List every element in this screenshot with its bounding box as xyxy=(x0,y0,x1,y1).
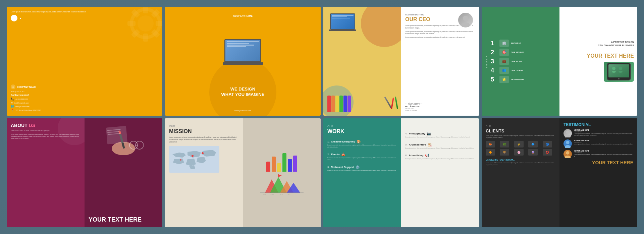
work-lorem-1: Lorem ipsum dolor sit amet, consectetur … xyxy=(327,144,397,148)
svg-text:2022: 2022 xyxy=(287,193,291,194)
p4-your-text: YOUR TEXT HERE xyxy=(587,53,634,59)
ceo-avatar xyxy=(457,12,474,28)
laptop-visual xyxy=(169,34,317,74)
work-item-5: 5. Architechture 🏗️ Lorem ipsum dolor si… xyxy=(405,143,475,149)
panel-ceo-text: FEW WORDS FROM OUR CEO Lorem ipsum dolor… xyxy=(401,7,479,116)
panel-ceo: FEW WORDS FROM OUR CEO Lorem ipsum dolor… xyxy=(323,7,479,116)
work-num-2: 2. xyxy=(327,153,330,156)
client-logo-3: ⚡ xyxy=(514,141,524,148)
client-logo-4: 🔷 xyxy=(528,141,538,148)
panel-index-right: A PERFECT DESIGNCAN CHANGE YOUR BUSINESS… xyxy=(559,7,637,116)
panel-about-us-right: YOUR TEXT HERE xyxy=(85,118,162,227)
svg-rect-2 xyxy=(143,7,148,13)
work-lorem-6: Lorem ipsum dolor sit amet, consectetur … xyxy=(405,158,475,160)
svg-point-15 xyxy=(618,78,620,79)
testimonial-avatar-2 xyxy=(564,139,572,148)
panel-clients-testimonial: OUR CLIENTS Lorem ipsum dolor sit amet, … xyxy=(482,118,637,227)
main-grid: Lorem ipsum dolor sit amet, consectetur … xyxy=(7,7,637,227)
p8-clients-title: CLIENTS xyxy=(486,128,555,133)
work-num-3: 3. xyxy=(327,166,330,169)
work-num-6: 6. xyxy=(405,154,408,157)
client-logo-2: 🌿 xyxy=(500,141,509,148)
p1-lorem: Lorem ipsum dolor sit amet, consectetur … xyxy=(11,11,99,13)
p6-mission: MISSION xyxy=(169,128,239,134)
svg-marker-40 xyxy=(278,174,282,177)
testimonial-avatar-3 xyxy=(564,150,572,158)
about-us-icon: 🏢 xyxy=(499,40,509,47)
svg-point-50 xyxy=(565,156,571,158)
index-num-5: 5 xyxy=(491,76,497,82)
panel-testimonial: TESTIMONIAL YOUR NAME HERE LIBER PROP Lo… xyxy=(559,118,637,227)
testimonial-item-3: YOUR NAME HERE LIBER PROP Lorem ipsum do… xyxy=(564,150,633,158)
index-label-2: OUR MISSION xyxy=(511,51,524,53)
index-num-3: 3 xyxy=(491,58,497,64)
tablet-illustration xyxy=(604,62,634,82)
p1-address: 123 Some Dollar Road, MA 71020 xyxy=(15,109,41,111)
svg-point-33 xyxy=(180,159,181,161)
p8-our: OUR xyxy=(486,125,491,127)
svg-point-49 xyxy=(566,151,570,155)
index-item-4: 4 👥 OUR CLIENT xyxy=(491,67,556,74)
client-logos-grid: 🦊 🌿 ⚡ 🔷 🌀 🔶 🦁 🌸 🔮 ⭕ xyxy=(486,141,555,156)
svg-point-46 xyxy=(565,135,571,137)
svg-text:2020: 2020 xyxy=(270,193,274,194)
panel-about-us: ABOUT US Lorem ipsum dolor sit amet, con… xyxy=(7,118,162,227)
mountains-svg: 2019 2020 2021 2022 xyxy=(260,174,304,194)
p5-your-text: YOUR TEXT HERE xyxy=(89,217,142,223)
p8-lnsec-lorem: Lorem ipsum dolor sit amet, consectetur … xyxy=(486,162,555,166)
p3-signature: ~ signature ~ xyxy=(405,102,475,106)
panel-mission-right: 2019 2020 2021 2022 xyxy=(243,118,321,227)
panel-cover-left: Lorem ipsum dolor sit amet, consectetur … xyxy=(7,7,162,116)
svg-point-31 xyxy=(192,155,194,157)
work-lorem-5: Lorem ipsum dolor sit amet, consectetur … xyxy=(405,147,475,149)
work-num-1: 1. xyxy=(327,140,330,143)
index-label-5: TESTIMONIAL xyxy=(511,78,525,80)
p3-lorem2: Lorem ipsum dolor sit amet, consectetur … xyxy=(405,31,475,36)
p3-few-words: FEW WORDS FROM xyxy=(405,14,424,16)
work-title-1: Creative Designing xyxy=(331,140,355,143)
work-item-2: 2. Events 🎪 Lorem ipsum dolor sit amet, … xyxy=(327,153,397,161)
svg-point-10 xyxy=(463,16,468,21)
p3-location: LOREM IPSUM xyxy=(405,110,475,112)
svg-point-45 xyxy=(566,130,570,134)
testimonial-avatar-1 xyxy=(564,129,572,137)
svg-rect-23 xyxy=(106,126,127,144)
hand-illustration xyxy=(88,123,159,157)
p8-your-text: YOUR TEXT HERE xyxy=(564,160,633,165)
index-num-2: 2 xyxy=(491,49,497,55)
work-item-1: 1. Creative Designing 🎨 Lorem ipsum dolo… xyxy=(327,140,397,148)
client-logo-5: 🌀 xyxy=(543,141,552,148)
client-logo-8: 🌸 xyxy=(514,149,524,156)
p7-our: OUR xyxy=(327,125,333,128)
p4-tagline: A PERFECT DESIGNCAN CHANGE YOUR BUSINESS xyxy=(598,41,634,47)
panel-clients: OUR CLIENTS Lorem ipsum dolor sit amet, … xyxy=(482,118,559,227)
panel-our-mission: OUR MISSION Lorem ipsum dolor sit amet, … xyxy=(165,118,321,227)
index-item-1: 1 🏢 ABOUT US xyxy=(491,40,556,47)
work-title-6: Advertising xyxy=(409,154,424,157)
index-item-5: 5 ⭐ TESTIMONIAL xyxy=(491,76,556,83)
work-item-4: 4. Photography 📷 Lorem ipsum dolor sit a… xyxy=(405,132,475,138)
p2-headline: WE DESIGNWHAT YOU IMAGINE xyxy=(221,86,265,97)
p1-any-question: ANY QUESTION? xyxy=(11,91,158,93)
p8-testimonial-title: TESTIMONIAL xyxy=(564,122,633,127)
color-swatches xyxy=(327,96,351,112)
svg-point-18 xyxy=(619,67,622,70)
client-logo-9: 🔮 xyxy=(528,149,538,156)
work-item-6: 6. Advertising 📢 Lorem ipsum dolor sit a… xyxy=(405,154,475,160)
svg-text:2019: 2019 xyxy=(263,193,266,194)
index-label-3: OUR WORK xyxy=(511,60,522,62)
p2-website: www.yourweb.com xyxy=(234,110,251,112)
svg-point-16 xyxy=(612,67,615,70)
svg-point-32 xyxy=(202,152,204,154)
logo-circle xyxy=(11,15,17,21)
index-item-2: 2 🎯 OUR MISSION xyxy=(491,49,556,56)
svg-point-17 xyxy=(612,71,616,73)
p7-work: WORK xyxy=(327,128,397,134)
work-lorem-2: Lorem ipsum dolor sit amet, consectetur … xyxy=(327,157,397,161)
index-items-list: 1 🏢 ABOUT US 2 🎯 OUR MISSION 3 💼 OUR WOR… xyxy=(491,40,556,83)
test-lorem-1: Lorem ipsum dolor sit amet, consectetur … xyxy=(574,133,633,137)
work-title-2: Events xyxy=(331,153,340,156)
work-lorem-3: Lorem ipsum dolor sit amet, consectetur … xyxy=(327,170,397,172)
p1-contact-us: Contact us now! xyxy=(11,94,158,96)
index-label-1: ABOUT US xyxy=(511,42,521,44)
